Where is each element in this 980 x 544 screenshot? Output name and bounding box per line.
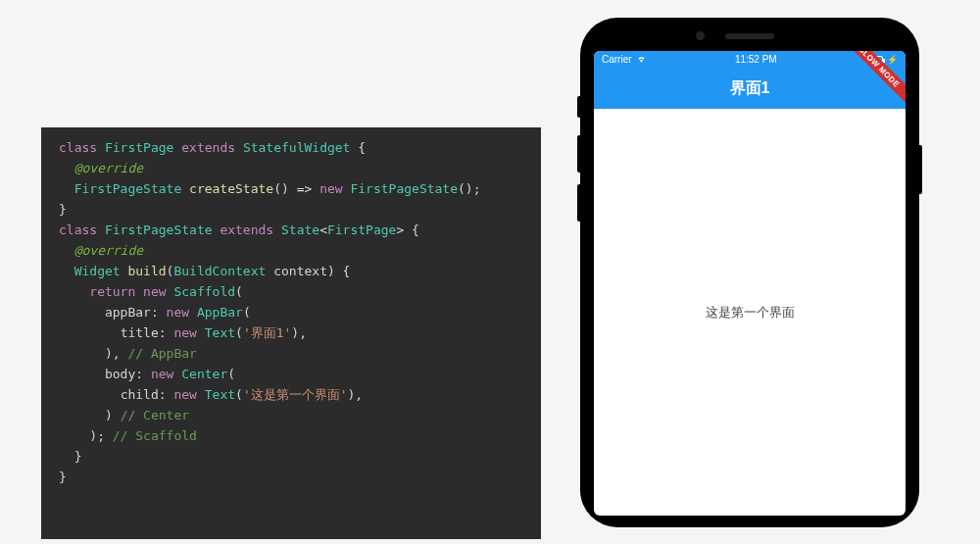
body-content: 这是第一个界面 [594, 109, 906, 516]
code-editor[interactable]: class FirstPage extends StatefulWidget {… [41, 127, 541, 539]
status-right: ⚡ [865, 55, 898, 65]
code-line[interactable]: body: new Center( [41, 364, 541, 384]
code-line[interactable]: } [41, 446, 541, 467]
phone-volume-down [577, 184, 580, 222]
phone-frame: Carrier 11:52 PM ⚡ 界面1 这是第一个界面 SLOW MODE [580, 18, 919, 527]
code-line[interactable]: @override [41, 158, 541, 178]
phone-mute-switch [577, 96, 580, 118]
code-line[interactable]: ), // AppBar [41, 343, 541, 364]
status-bar: Carrier 11:52 PM ⚡ [594, 51, 906, 68]
battery-icon [865, 56, 883, 64]
app-bar: 界面1 [594, 68, 906, 109]
status-time: 11:52 PM [735, 54, 777, 65]
code-line[interactable]: return new Scaffold( [41, 281, 541, 302]
code-line[interactable]: child: new Text('这是第一个界面'), [41, 384, 541, 405]
body-text: 这是第一个界面 [706, 304, 795, 321]
phone-power-button [919, 145, 922, 194]
phone-speaker [725, 33, 774, 39]
code-line[interactable]: ) // Center [41, 405, 541, 425]
code-line[interactable]: title: new Text('界面1'), [41, 322, 541, 343]
phone-volume-up [577, 135, 580, 173]
charging-icon: ⚡ [887, 55, 898, 65]
app-bar-title: 界面1 [730, 78, 770, 99]
code-line[interactable]: @override [41, 240, 541, 261]
wifi-icon [636, 53, 647, 66]
code-line[interactable]: appBar: new AppBar( [41, 302, 541, 322]
code-line[interactable]: Widget build(BuildContext context) { [41, 261, 541, 281]
status-left: Carrier [602, 53, 647, 66]
code-line[interactable]: FirstPageState createState() => new Firs… [41, 178, 541, 199]
code-line[interactable]: ); // Scaffold [41, 425, 541, 446]
code-line[interactable]: class FirstPageState extends State<First… [41, 220, 541, 240]
phone-camera [696, 31, 705, 40]
carrier-label: Carrier [602, 54, 632, 65]
code-line[interactable]: class FirstPage extends StatefulWidget { [41, 137, 541, 158]
phone-screen[interactable]: Carrier 11:52 PM ⚡ 界面1 这是第一个界面 SLOW MODE [594, 51, 906, 516]
code-line[interactable]: } [41, 199, 541, 220]
phone-simulator: Carrier 11:52 PM ⚡ 界面1 这是第一个界面 SLOW MODE [580, 18, 923, 537]
code-line[interactable]: } [41, 467, 541, 487]
